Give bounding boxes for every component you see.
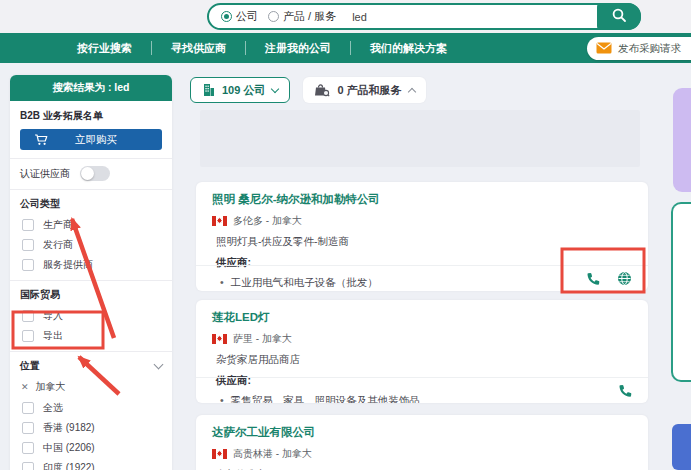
location-title: 位置 <box>20 359 162 373</box>
envelope-icon <box>596 42 612 56</box>
checkbox[interactable] <box>22 259 34 271</box>
card-actions <box>196 377 648 403</box>
checkbox[interactable] <box>22 402 34 414</box>
divider <box>10 280 172 281</box>
chevron-up-icon <box>407 87 415 95</box>
filter-hong-kong[interactable]: 香港 (9182) <box>22 421 162 435</box>
filter-export[interactable]: 导出 <box>22 329 162 343</box>
result-card: 达萨尔工业有限公司 高贵林港 - 加拿大 电灯泡和灯管 <box>196 415 648 470</box>
filter-select-all[interactable]: 全选 <box>22 401 162 415</box>
buy-now-label: 立即购买 <box>48 133 162 147</box>
filter-sidebar: 搜索结果为 : led B2B 业务拓展名单 立即购买 认证供应商 公司类型 生… <box>10 75 172 470</box>
toggle-knob <box>81 167 94 180</box>
search-button[interactable] <box>597 3 641 30</box>
post-purchase-request-button[interactable]: 发布采购请求 <box>587 37 691 60</box>
filter-china[interactable]: 中国 (2206) <box>22 441 162 455</box>
floating-widget-teal[interactable] <box>671 202 691 382</box>
filter-manufacturer[interactable]: 生产商 <box>22 218 162 232</box>
post-purchase-request-label: 发布采购请求 <box>618 42 681 56</box>
nav-find-suppliers[interactable]: 寻找供应商 <box>152 41 245 56</box>
search-icon <box>611 7 627 26</box>
nav-search-by-industry[interactable]: 按行业搜索 <box>58 41 151 56</box>
search-results-header: 搜索结果为 : led <box>10 75 172 101</box>
checkbox[interactable] <box>22 422 34 434</box>
filter-distributor[interactable]: 发行商 <box>22 238 162 252</box>
divider <box>10 189 172 190</box>
tab-companies-label: 109 公司 <box>222 83 265 98</box>
floating-widget-blue[interactable] <box>672 424 691 470</box>
tab-products-label: 0 产品和服务 <box>337 83 401 98</box>
result-card: 莲花LED灯 萨里 - 加拿大 杂货家居用品商店 供应商: •零售贸易、家具、照… <box>196 300 648 403</box>
product-bag-icon <box>314 83 330 97</box>
verified-supplier-label: 认证供应商 <box>20 167 70 181</box>
company-category: 杂货家居用品商店 <box>216 353 632 367</box>
phone-icon[interactable] <box>618 384 632 398</box>
company-location: 萨里 - 加拿大 <box>233 332 292 346</box>
checkbox[interactable] <box>22 462 34 470</box>
search-bar[interactable]: 公司 产品 / 服务 <box>207 3 641 30</box>
company-category: 照明灯具-供应及零件-制造商 <box>216 235 632 249</box>
radio-company[interactable]: 公司 <box>221 9 258 24</box>
ad-banner-placeholder <box>200 110 640 167</box>
building-icon <box>202 83 215 97</box>
cart-icon <box>34 134 48 146</box>
verified-supplier-toggle[interactable] <box>80 166 110 181</box>
result-card: 照明 桑尼尔-纳尔逊和加勒特公司 多伦多 - 加拿大 照明灯具-供应及零件-制造… <box>196 182 648 291</box>
company-location: 高贵林港 - 加拿大 <box>233 447 312 461</box>
radio-selected-icon[interactable] <box>221 11 232 22</box>
canada-flag-icon <box>212 216 227 226</box>
company-link[interactable]: 莲花LED灯 <box>212 310 632 325</box>
nav-our-solutions[interactable]: 我们的解决方案 <box>351 41 466 56</box>
international-trade-title: 国际贸易 <box>20 288 162 302</box>
company-link[interactable]: 照明 桑尼尔-纳尔逊和加勒特公司 <box>212 192 632 207</box>
company-location: 多伦多 - 加拿大 <box>233 214 302 228</box>
nav-register-company[interactable]: 注册我的公司 <box>246 41 350 56</box>
tab-companies[interactable]: 109 公司 <box>190 77 290 103</box>
canada-flag-icon <box>212 449 227 459</box>
checkbox[interactable] <box>22 310 34 322</box>
divider <box>10 158 172 159</box>
filter-import[interactable]: 导入 <box>22 309 162 323</box>
floating-widget-purple[interactable] <box>673 88 691 192</box>
selected-location-canada[interactable]: ✕ 加拿大 <box>21 380 162 394</box>
b2b-list-label: B2B 业务拓展名单 <box>20 109 162 123</box>
buy-now-button[interactable]: 立即购买 <box>20 129 162 150</box>
checkbox[interactable] <box>22 330 34 342</box>
chevron-down-icon[interactable] <box>154 360 164 370</box>
phone-icon[interactable] <box>586 272 600 286</box>
website-globe-icon[interactable] <box>617 271 632 286</box>
divider <box>10 351 172 352</box>
radio-product-service[interactable]: 产品 / 服务 <box>268 9 336 24</box>
checkbox[interactable] <box>22 239 34 251</box>
close-icon[interactable]: ✕ <box>21 382 29 392</box>
tab-products-services[interactable]: 0 产品和服务 <box>303 77 425 103</box>
top-band: 公司 产品 / 服务 <box>0 0 691 33</box>
filter-service-provider[interactable]: 服务提供商 <box>22 258 162 272</box>
radio-company-label: 公司 <box>236 9 258 24</box>
canada-flag-icon <box>212 334 227 344</box>
company-link[interactable]: 达萨尔工业有限公司 <box>212 425 632 440</box>
radio-unselected-icon[interactable] <box>268 11 279 22</box>
company-type-title: 公司类型 <box>20 197 162 211</box>
search-input[interactable] <box>352 7 639 27</box>
card-actions <box>196 265 648 291</box>
checkbox[interactable] <box>22 442 34 454</box>
filter-india[interactable]: 印度 (1922) <box>22 461 162 470</box>
radio-product-label: 产品 / 服务 <box>283 9 336 24</box>
chevron-down-icon <box>271 84 279 92</box>
checkbox[interactable] <box>22 219 34 231</box>
